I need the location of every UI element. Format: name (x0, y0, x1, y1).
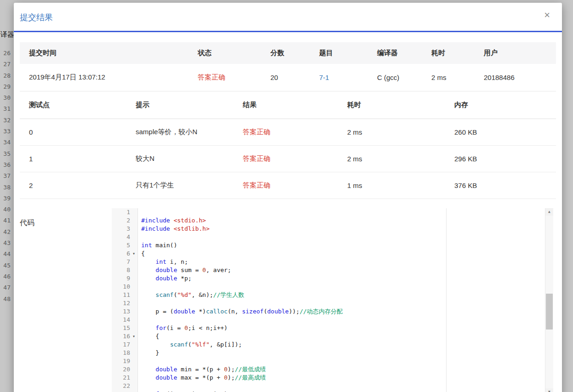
col-header-user: 用户 (475, 42, 556, 64)
submit-time-cell: 2019年4月17日 13:07:12 (20, 64, 189, 91)
scrollbar-up-icon[interactable]: ▲ (545, 208, 553, 216)
fold-marker-icon[interactable] (130, 299, 138, 307)
code-line: { (141, 250, 544, 258)
fold-marker-icon[interactable] (130, 266, 138, 274)
test-id-cell: 0 (20, 119, 126, 146)
gutter-line: 10 (112, 283, 138, 291)
fold-marker-icon[interactable] (130, 324, 138, 332)
summary-header-row: 提交时间 状态 分数 题目 编译器 耗时 用户 (20, 42, 556, 64)
col-header-duration: 耗时 (422, 42, 475, 64)
test-result-cell: 答案正确 (234, 119, 338, 146)
fold-marker-icon[interactable]: ▾ (130, 332, 138, 341)
fold-marker-icon[interactable] (130, 225, 138, 233)
test-id-cell: 1 (20, 146, 126, 172)
test-time-cell: 1 ms (338, 172, 445, 199)
modal-header: 提交结果 × (14, 3, 562, 32)
fold-marker-icon[interactable] (130, 283, 138, 291)
fold-marker-icon[interactable] (130, 382, 138, 390)
code-line: #include <stdlib.h> (141, 225, 544, 233)
problem-cell: 7-1 (310, 64, 368, 91)
gutter-line: 16▾ (112, 332, 138, 341)
test-result-cell: 答案正确 (234, 172, 338, 199)
fold-marker-icon[interactable] (130, 349, 138, 357)
col-header-test-point: 测试点 (20, 91, 126, 119)
test-result-cell: 答案正确 (234, 146, 338, 172)
compiler-cell: C (gcc) (368, 64, 422, 91)
col-header-compiler: 编译器 (368, 42, 422, 64)
gutter-line: 21 (112, 374, 138, 382)
fold-marker-icon[interactable] (130, 208, 138, 216)
gutter-line: 17 (112, 341, 138, 349)
code-section: 代码 123456▾78910111213141516▾171819202122… (20, 208, 556, 392)
col-header-result: 结果 (234, 91, 338, 119)
submission-summary-table: 提交时间 状态 分数 题目 编译器 耗时 用户 2019年4月17日 13:07… (20, 42, 556, 91)
col-header-test-duration: 耗时 (338, 91, 445, 119)
test-time-cell: 2 ms (338, 119, 445, 146)
code-gutter: 123456▾78910111213141516▾17181920212223 (112, 208, 138, 392)
code-line: for(i = 0;i < n;i++) (141, 324, 544, 332)
modal-title: 提交结果 (20, 12, 53, 23)
status-cell: 答案正确 (189, 64, 261, 91)
code-line (141, 208, 544, 216)
gutter-line: 15 (112, 324, 138, 332)
scrollbar-thumb[interactable] (546, 294, 553, 330)
code-line: } (141, 349, 544, 357)
fold-marker-icon[interactable] (130, 233, 138, 241)
test-points-table: 测试点 提示 结果 耗时 内存 0 sample等价，较小N 答案正确 2 ms… (20, 91, 556, 199)
code-line: int main() (141, 241, 544, 250)
user-cell: 20188486 (475, 64, 556, 91)
duration-cell: 2 ms (422, 64, 475, 91)
code-line (141, 283, 544, 291)
code-line: scanf("%lf", &p[i]); (141, 341, 544, 349)
fold-marker-icon[interactable] (130, 357, 138, 365)
test-time-cell: 2 ms (338, 146, 445, 172)
fold-marker-icon[interactable] (130, 258, 138, 266)
modal-body: 提交时间 状态 分数 题目 编译器 耗时 用户 2019年4月17日 13:07… (14, 32, 562, 392)
code-line (141, 299, 544, 307)
gutter-line: 14 (112, 316, 138, 324)
col-header-score: 分数 (261, 42, 310, 64)
fold-marker-icon[interactable]: ▾ (130, 250, 138, 258)
code-line: double max = *(p + 0);//最高成绩 (141, 374, 544, 382)
col-header-hint: 提示 (126, 91, 234, 119)
problem-link[interactable]: 7-1 (319, 74, 329, 81)
col-header-submit-time: 提交时间 (20, 42, 189, 64)
test-row: 2 只有1个学生 答案正确 1 ms 376 KB (20, 172, 556, 199)
close-icon[interactable]: × (544, 10, 550, 20)
test-hint-cell: 只有1个学生 (126, 172, 234, 199)
fold-marker-icon[interactable] (130, 216, 138, 225)
fold-marker-icon[interactable] (130, 291, 138, 299)
fold-marker-icon[interactable] (130, 341, 138, 349)
code-line (141, 233, 544, 241)
score-cell: 20 (261, 64, 310, 91)
fold-marker-icon[interactable] (130, 316, 138, 324)
code-scrollbar[interactable]: ▲ ▼ (545, 208, 553, 392)
fold-marker-icon[interactable] (130, 390, 138, 392)
fold-marker-icon[interactable] (130, 365, 138, 374)
scrollbar-down-icon[interactable]: ▼ (545, 388, 553, 392)
test-hint-cell: 较大N (126, 146, 234, 172)
test-id-cell: 2 (20, 172, 126, 199)
test-memory-cell: 376 KB (445, 172, 556, 199)
test-row: 1 较大N 答案正确 2 ms 296 KB (20, 146, 556, 172)
code-line: p = (double *)calloc(n, sizeof(double));… (141, 307, 544, 316)
fold-marker-icon[interactable] (130, 374, 138, 382)
submission-row: 2019年4月17日 13:07:12 答案正确 20 7-1 C (gcc) … (20, 64, 556, 91)
fold-marker-icon[interactable] (130, 307, 138, 316)
test-memory-cell: 296 KB (445, 146, 556, 172)
code-line: { (141, 332, 544, 341)
col-header-status: 状态 (189, 42, 261, 64)
gutter-line: 8 (112, 266, 138, 274)
col-header-memory: 内存 (445, 91, 556, 119)
col-header-problem: 题目 (310, 42, 368, 64)
code-lines: #include <stdio.h>#include <stdlib.h>int… (141, 208, 544, 392)
code-line: double min = *(p + 0);//最低成绩 (141, 365, 544, 374)
code-editor[interactable]: 123456▾78910111213141516▾17181920212223 … (112, 208, 553, 392)
code-label: 代码 (20, 208, 112, 392)
fold-marker-icon[interactable] (130, 274, 138, 283)
test-memory-cell: 260 KB (445, 119, 556, 146)
gutter-line: 11 (112, 291, 138, 299)
gutter-line: 7 (112, 258, 138, 266)
code-line (141, 316, 544, 324)
fold-marker-icon[interactable] (130, 241, 138, 250)
